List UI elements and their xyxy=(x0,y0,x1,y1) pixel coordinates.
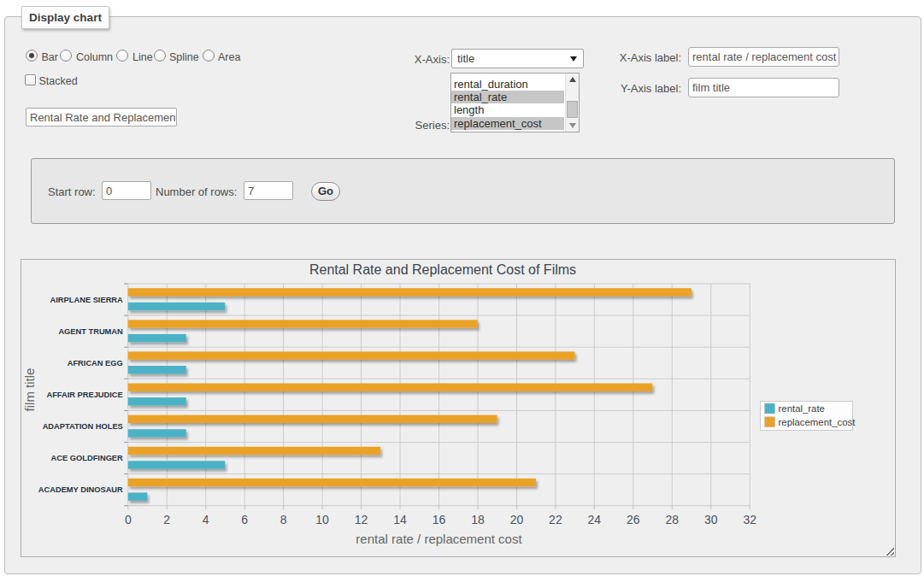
x-tick-label: 16 xyxy=(433,513,446,526)
category-label: ADAPTATION HOLES xyxy=(43,422,123,431)
select-dropdown-arrow-icon xyxy=(570,56,577,62)
series-option-length[interactable]: length xyxy=(451,103,564,116)
x-tick-label: 2 xyxy=(163,513,170,526)
radio-line-label[interactable]: Line xyxy=(132,51,153,63)
series-option-rental-rate[interactable]: rental_rate xyxy=(451,91,564,103)
scrollbar-down-icon xyxy=(569,123,576,128)
bar-replacement_cost xyxy=(128,384,653,391)
legend-swatch-replacement_cost xyxy=(765,417,775,427)
bar-rental_rate xyxy=(128,397,186,405)
scrollbar-up-icon xyxy=(569,77,576,82)
y-axis-label-input[interactable] xyxy=(688,78,839,97)
x-tick-label: 24 xyxy=(588,513,602,526)
category-label: AFFAIR PREJUDICE xyxy=(46,391,122,399)
radio-bar-label[interactable]: Bar xyxy=(42,51,58,63)
bar-replacement_cost xyxy=(128,479,536,486)
x-tick-label: 26 xyxy=(627,513,640,526)
chart-x-axis-label: rental rate / replacement cost xyxy=(356,532,522,546)
stacked-checkbox[interactable] xyxy=(25,74,36,85)
radio-area[interactable] xyxy=(203,50,215,62)
radio-line[interactable] xyxy=(116,50,128,62)
category-label: AIRPLANE SIERRA xyxy=(50,296,124,304)
radio-column[interactable] xyxy=(60,50,72,62)
series-listbox[interactable]: rental_duration rental_rate length repla… xyxy=(450,73,580,132)
x-tick-label: 22 xyxy=(549,513,562,526)
series-option-rental-duration[interactable]: rental_duration xyxy=(451,78,564,91)
radio-column-label[interactable]: Column xyxy=(76,51,113,63)
start-row-label: Start row: xyxy=(48,185,96,198)
stacked-label[interactable]: Stacked xyxy=(39,75,78,87)
legend-swatch-rental_rate xyxy=(765,403,775,414)
number-of-rows-label: Number of rows: xyxy=(156,185,237,198)
x-axis-label: X-Axis: xyxy=(410,53,450,66)
legend-label: replacement_cost xyxy=(779,417,856,427)
bar-replacement_cost xyxy=(128,320,478,327)
radio-spline-label[interactable]: Spline xyxy=(169,51,199,63)
y-axis-label-label: Y-Axis label: xyxy=(598,82,681,95)
bar-rental_rate xyxy=(128,366,186,373)
x-axis-select-value: title xyxy=(457,52,474,65)
category-label: AFRICAN EGG xyxy=(68,359,123,367)
bar-replacement_cost xyxy=(128,288,692,296)
page: { "fieldset_legend": "Display chart", "c… xyxy=(0,0,924,582)
x-tick-label: 6 xyxy=(241,513,248,526)
bar-replacement_cost xyxy=(128,351,575,359)
bar-rental_rate xyxy=(128,334,186,342)
x-tick-label: 8 xyxy=(280,513,287,526)
category-label: AGENT TRUMAN xyxy=(58,327,123,336)
series-scrollbar[interactable] xyxy=(565,73,579,132)
chart-container: 02468101214161820222426283032AIRPLANE SI… xyxy=(21,259,896,557)
start-row-input[interactable] xyxy=(102,181,151,200)
x-tick-label: 30 xyxy=(704,513,718,526)
x-tick-label: 12 xyxy=(355,513,368,526)
x-tick-label: 18 xyxy=(471,513,485,526)
radio-spline[interactable] xyxy=(154,50,166,62)
x-axis-label-input[interactable] xyxy=(688,47,839,67)
x-axis-label-label: X-Axis label: xyxy=(598,51,681,64)
go-button[interactable]: Go xyxy=(311,182,340,201)
bar-rental_rate xyxy=(128,429,186,437)
chart-title-input[interactable] xyxy=(26,108,177,126)
scrollbar-up-button[interactable] xyxy=(566,73,580,85)
radio-bar[interactable] xyxy=(26,50,38,62)
x-axis-select[interactable]: title xyxy=(451,49,584,68)
x-tick-label: 0 xyxy=(125,513,132,526)
radio-area-label[interactable]: Area xyxy=(218,51,240,63)
series-label: Series: xyxy=(410,119,450,132)
bar-rental_rate xyxy=(128,303,225,310)
chart-title: Rental Rate and Replacement Cost of Film… xyxy=(309,262,576,277)
category-label: ACADEMY DINOSAUR xyxy=(38,485,123,494)
number-of-rows-input[interactable] xyxy=(244,181,293,200)
bar-chart: 02468101214161820222426283032AIRPLANE SI… xyxy=(21,260,895,556)
x-tick-label: 14 xyxy=(393,513,407,526)
x-tick-label: 32 xyxy=(743,513,756,526)
series-option-replacement-cost[interactable]: replacement_cost xyxy=(451,117,564,130)
bar-rental_rate xyxy=(128,461,225,468)
x-tick-label: 10 xyxy=(315,513,329,526)
x-tick-label: 20 xyxy=(510,513,524,526)
bar-replacement_cost xyxy=(128,447,380,455)
legend-label: rental_rate xyxy=(779,403,825,414)
x-tick-label: 4 xyxy=(203,513,209,526)
fieldset-legend: Display chart xyxy=(21,6,109,29)
bar-rental_rate xyxy=(128,492,148,500)
x-tick-label: 28 xyxy=(665,513,679,526)
category-label: ACE GOLDFINGER xyxy=(51,454,123,462)
bar-replacement_cost xyxy=(128,415,497,423)
scrollbar-thumb[interactable] xyxy=(567,101,578,118)
chart-y-axis-label: film title xyxy=(22,368,37,412)
scrollbar-down-button[interactable] xyxy=(566,120,580,132)
